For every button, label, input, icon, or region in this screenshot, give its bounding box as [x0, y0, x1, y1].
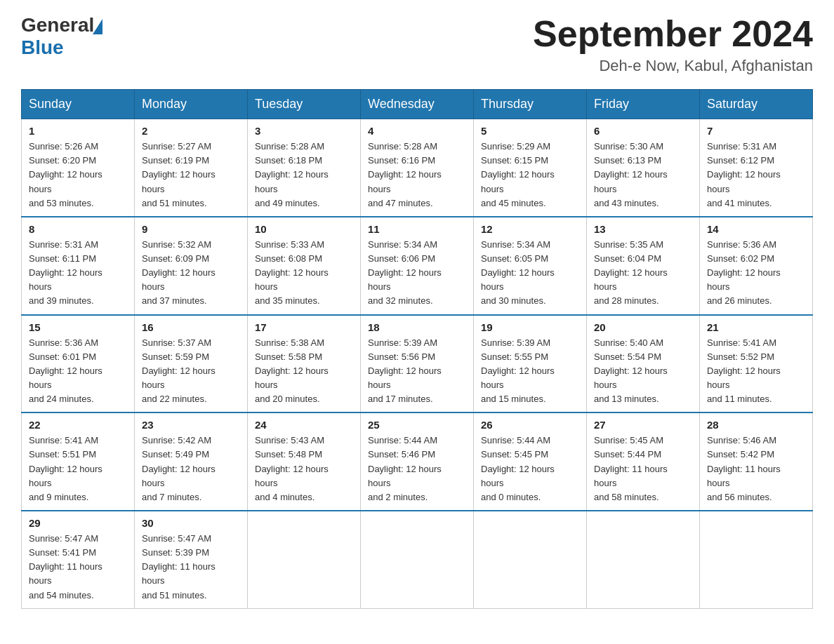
- calendar-cell: 4Sunrise: 5:28 AMSunset: 6:16 PMDaylight…: [361, 119, 474, 217]
- calendar-cell: 3Sunrise: 5:28 AMSunset: 6:18 PMDaylight…: [248, 119, 361, 217]
- weekday-header-tuesday: Tuesday: [248, 90, 361, 119]
- day-info: Sunrise: 5:29 AMSunset: 6:15 PMDaylight:…: [481, 140, 579, 210]
- calendar-cell: [474, 511, 587, 608]
- calendar-cell: 29Sunrise: 5:47 AMSunset: 5:41 PMDayligh…: [22, 511, 135, 608]
- day-number: 9: [142, 223, 240, 235]
- day-number: 11: [368, 223, 466, 235]
- day-number: 14: [707, 223, 805, 235]
- calendar-cell: 30Sunrise: 5:47 AMSunset: 5:39 PMDayligh…: [135, 511, 248, 608]
- calendar-cell: 14Sunrise: 5:36 AMSunset: 6:02 PMDayligh…: [700, 217, 813, 315]
- calendar-title: September 2024: [533, 14, 813, 54]
- calendar-cell: 17Sunrise: 5:38 AMSunset: 5:58 PMDayligh…: [248, 315, 361, 413]
- calendar-cell: 8Sunrise: 5:31 AMSunset: 6:11 PMDaylight…: [22, 217, 135, 315]
- day-info: Sunrise: 5:37 AMSunset: 5:59 PMDaylight:…: [142, 336, 240, 407]
- calendar-cell: 10Sunrise: 5:33 AMSunset: 6:08 PMDayligh…: [248, 217, 361, 315]
- logo: General Blue: [21, 14, 102, 59]
- day-info: Sunrise: 5:46 AMSunset: 5:42 PMDaylight:…: [707, 434, 805, 504]
- day-number: 1: [29, 125, 127, 137]
- day-number: 27: [594, 419, 692, 431]
- day-info: Sunrise: 5:40 AMSunset: 5:54 PMDaylight:…: [594, 336, 692, 407]
- weekday-header-sunday: Sunday: [22, 90, 135, 119]
- calendar-cell: 12Sunrise: 5:34 AMSunset: 6:05 PMDayligh…: [474, 217, 587, 315]
- day-number: 23: [142, 419, 240, 431]
- day-info: Sunrise: 5:34 AMSunset: 6:05 PMDaylight:…: [481, 238, 579, 309]
- day-info: Sunrise: 5:43 AMSunset: 5:48 PMDaylight:…: [255, 434, 353, 504]
- day-number: 12: [481, 223, 579, 235]
- day-number: 17: [255, 321, 353, 333]
- calendar-cell: 11Sunrise: 5:34 AMSunset: 6:06 PMDayligh…: [361, 217, 474, 315]
- day-number: 21: [707, 321, 805, 333]
- calendar-cell: 19Sunrise: 5:39 AMSunset: 5:55 PMDayligh…: [474, 315, 587, 413]
- day-number: 10: [255, 223, 353, 235]
- calendar-cell: 18Sunrise: 5:39 AMSunset: 5:56 PMDayligh…: [361, 315, 474, 413]
- calendar-cell: 6Sunrise: 5:30 AMSunset: 6:13 PMDaylight…: [587, 119, 700, 217]
- day-info: Sunrise: 5:33 AMSunset: 6:08 PMDaylight:…: [255, 238, 353, 309]
- logo-triangle-icon: [93, 19, 102, 34]
- day-number: 26: [481, 419, 579, 431]
- day-info: Sunrise: 5:45 AMSunset: 5:44 PMDaylight:…: [594, 434, 692, 504]
- day-info: Sunrise: 5:31 AMSunset: 6:11 PMDaylight:…: [29, 238, 127, 309]
- calendar-cell: 15Sunrise: 5:36 AMSunset: 6:01 PMDayligh…: [22, 315, 135, 413]
- day-number: 20: [594, 321, 692, 333]
- day-number: 18: [368, 321, 466, 333]
- title-section: September 2024 Deh-e Now, Kabul, Afghani…: [533, 14, 813, 75]
- calendar-cell: 13Sunrise: 5:35 AMSunset: 6:04 PMDayligh…: [587, 217, 700, 315]
- weekday-header-saturday: Saturday: [700, 90, 813, 119]
- calendar-cell: [700, 511, 813, 608]
- calendar-cell: 21Sunrise: 5:41 AMSunset: 5:52 PMDayligh…: [700, 315, 813, 413]
- day-number: 25: [368, 419, 466, 431]
- weekday-header-row: SundayMondayTuesdayWednesdayThursdayFrid…: [22, 90, 813, 119]
- day-info: Sunrise: 5:26 AMSunset: 6:20 PMDaylight:…: [29, 140, 127, 210]
- day-info: Sunrise: 5:41 AMSunset: 5:52 PMDaylight:…: [707, 336, 805, 407]
- calendar-cell: 25Sunrise: 5:44 AMSunset: 5:46 PMDayligh…: [361, 412, 474, 511]
- day-info: Sunrise: 5:30 AMSunset: 6:13 PMDaylight:…: [594, 140, 692, 210]
- day-number: 16: [142, 321, 240, 333]
- day-number: 13: [594, 223, 692, 235]
- weekday-header-monday: Monday: [135, 90, 248, 119]
- day-info: Sunrise: 5:28 AMSunset: 6:18 PMDaylight:…: [255, 140, 353, 210]
- day-info: Sunrise: 5:32 AMSunset: 6:09 PMDaylight:…: [142, 238, 240, 309]
- calendar-cell: 27Sunrise: 5:45 AMSunset: 5:44 PMDayligh…: [587, 412, 700, 511]
- day-info: Sunrise: 5:36 AMSunset: 6:02 PMDaylight:…: [707, 238, 805, 309]
- calendar-week-row: 8Sunrise: 5:31 AMSunset: 6:11 PMDaylight…: [22, 217, 813, 315]
- calendar-week-row: 15Sunrise: 5:36 AMSunset: 6:01 PMDayligh…: [22, 315, 813, 413]
- day-info: Sunrise: 5:31 AMSunset: 6:12 PMDaylight:…: [707, 140, 805, 210]
- day-number: 5: [481, 125, 579, 137]
- calendar-cell: [587, 511, 700, 608]
- calendar-cell: 22Sunrise: 5:41 AMSunset: 5:51 PMDayligh…: [22, 412, 135, 511]
- calendar-subtitle: Deh-e Now, Kabul, Afghanistan: [533, 57, 813, 75]
- day-number: 22: [29, 419, 127, 431]
- calendar-cell: [248, 511, 361, 608]
- day-info: Sunrise: 5:34 AMSunset: 6:06 PMDaylight:…: [368, 238, 466, 309]
- day-number: 7: [707, 125, 805, 137]
- calendar-cell: 23Sunrise: 5:42 AMSunset: 5:49 PMDayligh…: [135, 412, 248, 511]
- day-number: 30: [142, 517, 240, 529]
- calendar-cell: 9Sunrise: 5:32 AMSunset: 6:09 PMDaylight…: [135, 217, 248, 315]
- day-info: Sunrise: 5:28 AMSunset: 6:16 PMDaylight:…: [368, 140, 466, 210]
- day-info: Sunrise: 5:47 AMSunset: 5:41 PMDaylight:…: [29, 532, 127, 603]
- day-number: 28: [707, 419, 805, 431]
- day-info: Sunrise: 5:38 AMSunset: 5:58 PMDaylight:…: [255, 336, 353, 407]
- day-number: 8: [29, 223, 127, 235]
- day-number: 15: [29, 321, 127, 333]
- calendar-cell: 20Sunrise: 5:40 AMSunset: 5:54 PMDayligh…: [587, 315, 700, 413]
- calendar-cell: 1Sunrise: 5:26 AMSunset: 6:20 PMDaylight…: [22, 119, 135, 217]
- weekday-header-thursday: Thursday: [474, 90, 587, 119]
- logo-blue: Blue: [21, 36, 64, 59]
- calendar-table: SundayMondayTuesdayWednesdayThursdayFrid…: [21, 89, 813, 609]
- day-info: Sunrise: 5:42 AMSunset: 5:49 PMDaylight:…: [142, 434, 240, 504]
- day-info: Sunrise: 5:39 AMSunset: 5:56 PMDaylight:…: [368, 336, 466, 407]
- calendar-cell: 16Sunrise: 5:37 AMSunset: 5:59 PMDayligh…: [135, 315, 248, 413]
- day-info: Sunrise: 5:39 AMSunset: 5:55 PMDaylight:…: [481, 336, 579, 407]
- calendar-cell: 24Sunrise: 5:43 AMSunset: 5:48 PMDayligh…: [248, 412, 361, 511]
- weekday-header-friday: Friday: [587, 90, 700, 119]
- day-info: Sunrise: 5:36 AMSunset: 6:01 PMDaylight:…: [29, 336, 127, 407]
- day-number: 29: [29, 517, 127, 529]
- calendar-cell: 28Sunrise: 5:46 AMSunset: 5:42 PMDayligh…: [700, 412, 813, 511]
- day-number: 19: [481, 321, 579, 333]
- day-number: 2: [142, 125, 240, 137]
- calendar-cell: 7Sunrise: 5:31 AMSunset: 6:12 PMDaylight…: [700, 119, 813, 217]
- calendar-week-row: 22Sunrise: 5:41 AMSunset: 5:51 PMDayligh…: [22, 412, 813, 511]
- day-info: Sunrise: 5:27 AMSunset: 6:19 PMDaylight:…: [142, 140, 240, 210]
- day-number: 6: [594, 125, 692, 137]
